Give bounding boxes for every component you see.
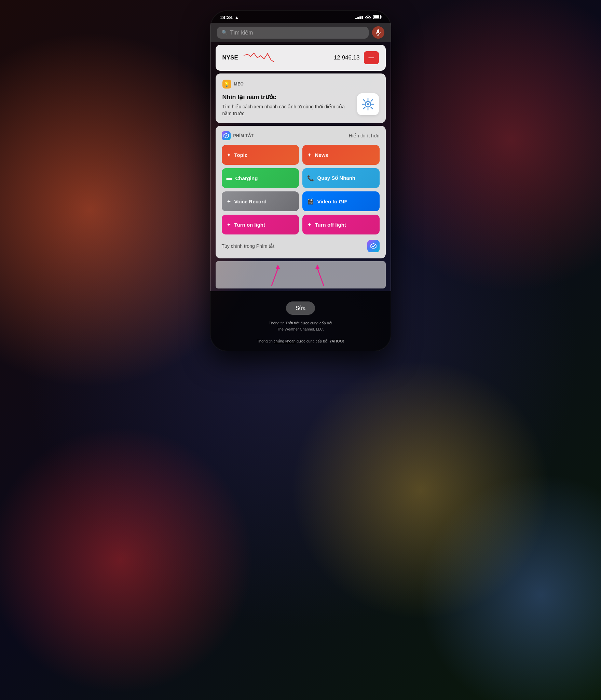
shortcut-btn-quay-so[interactable]: 📞 Quay Số Nhanh: [302, 168, 380, 188]
svg-marker-18: [275, 265, 280, 269]
shortcuts-show-less[interactable]: Hiển thị ít hơn: [349, 133, 380, 138]
status-time-area: 18:34 ▲: [220, 14, 239, 20]
nyse-label: NYSE: [222, 54, 238, 61]
signal-bars: [355, 16, 363, 19]
shortcut-btn-voice-record[interactable]: ✦ Voice Record: [222, 191, 299, 211]
battery-icon: [373, 15, 382, 20]
status-bar: 18:34 ▲: [210, 10, 391, 23]
svg-rect-2: [374, 15, 379, 18]
tip-content: Nhìn lại năm trước Tìm hiểu cách xem nha…: [222, 93, 379, 117]
shortcuts-footer-app-icon: [367, 240, 380, 252]
shortcut-btn-topic[interactable]: ✦ Topic: [222, 145, 299, 165]
shortcut-topic-label: Topic: [234, 152, 248, 158]
wifi-icon: [365, 14, 371, 20]
shortcut-charging-icon: ▬: [227, 175, 232, 181]
shortcuts-header: PHÍM TẮT Hiển thị ít hơn: [222, 131, 380, 140]
tip-section-label: MẸO: [234, 82, 244, 86]
shortcut-lightoff-icon: ✦: [307, 221, 312, 228]
footer-weather: Thông tin Thời tiết được cung cấp bởi Th…: [257, 320, 344, 332]
tip-desc: Tìm hiểu cách xem nhanh các ảnh từ cùng …: [222, 104, 352, 117]
tip-title: Nhìn lại năm trước: [222, 93, 352, 101]
mic-icon[interactable]: [372, 26, 384, 39]
arrow-svg: [222, 261, 379, 288]
shortcuts-footer: Tùy chỉnh trong Phím tắt: [222, 239, 380, 252]
shortcut-lighton-icon: ✦: [227, 221, 231, 228]
shortcut-videogif-icon: 🎬: [307, 198, 314, 205]
shortcut-news-icon: ✦: [307, 152, 312, 158]
footer-weather-link[interactable]: Thời tiết: [285, 321, 299, 325]
search-placeholder: Tìm kiếm: [230, 29, 253, 36]
signal-bar-1: [355, 18, 357, 19]
phone-frame: 18:34 ▲: [210, 10, 391, 351]
edit-button[interactable]: Sửa: [286, 301, 315, 315]
shortcut-topic-icon: ✦: [227, 152, 231, 158]
shortcut-news-label: News: [315, 152, 328, 158]
arrow-annotation-area: [216, 261, 386, 288]
shortcut-lighton-label: Turn on light: [234, 222, 265, 228]
footer-stocks: Thông tin chứng khoán được cung cấp bởi …: [257, 338, 344, 345]
nyse-badge: —: [364, 51, 379, 64]
phone-container: 18:34 ▲: [210, 10, 391, 351]
shortcut-btn-turn-off-light[interactable]: ✦ Turn off light: [302, 215, 380, 234]
search-input-container[interactable]: 🔍 Tìm kiếm: [217, 27, 369, 39]
shortcut-videogif-label: Video to GIF: [317, 199, 347, 204]
shortcut-voice-label: Voice Record: [234, 199, 267, 204]
shortcuts-app-icon: [222, 131, 231, 140]
nyse-value: 12.946,13: [334, 54, 360, 61]
nyse-widget: NYSE 12.946,13 —: [216, 45, 386, 71]
svg-point-8: [367, 103, 369, 105]
shortcut-btn-charging[interactable]: ▬ Charging: [222, 168, 299, 188]
tip-text-area: Nhìn lại năm trước Tìm hiểu cách xem nha…: [222, 93, 352, 117]
signal-bar-2: [357, 17, 359, 19]
signal-bar-4: [361, 16, 363, 19]
svg-line-19: [317, 269, 324, 286]
shortcut-quayso-label: Quay Số Nhanh: [317, 175, 356, 181]
bottom-area: Sửa Thông tin Thời tiết được cung cấp bở…: [210, 291, 391, 351]
search-icon: 🔍: [222, 30, 228, 35]
shortcut-btn-turn-on-light[interactable]: ✦ Turn on light: [222, 215, 299, 234]
shortcuts-grid: ✦ Topic ✦ News ▬ Charging 📞 Quay Số Nhan…: [222, 145, 380, 234]
status-icons: [355, 14, 382, 20]
tip-header: 💡 MẸO: [222, 80, 379, 89]
shortcut-charging-label: Charging: [235, 175, 258, 181]
svg-line-17: [271, 269, 278, 286]
footer-stocks-link[interactable]: chứng khoán: [274, 339, 296, 343]
shortcuts-header-left: PHÍM TẮT: [222, 131, 254, 140]
tip-icon: 💡: [222, 80, 231, 89]
svg-rect-1: [381, 16, 381, 18]
shortcut-quayso-icon: 📞: [307, 175, 314, 181]
shortcut-btn-news[interactable]: ✦ News: [302, 145, 380, 165]
svg-marker-20: [315, 265, 319, 269]
shortcuts-widget: PHÍM TẮT Hiển thị ít hơn ✦ Topic ✦ News …: [216, 126, 386, 258]
search-area: 🔍 Tìm kiếm: [210, 23, 391, 42]
shortcut-voice-icon: ✦: [227, 198, 231, 205]
location-icon: ▲: [235, 15, 239, 20]
shortcuts-customize[interactable]: Tùy chỉnh trong Phím tắt: [222, 243, 275, 249]
footer-text: Thông tin Thời tiết được cung cấp bởi Th…: [257, 320, 344, 344]
shortcut-btn-video-gif[interactable]: 🎬 Video to GIF: [302, 191, 380, 211]
shortcuts-section-label: PHÍM TẮT: [233, 133, 254, 138]
tip-app-icon: [357, 93, 379, 115]
tip-widget: 💡 MẸO Nhìn lại năm trước Tìm hiểu cách x…: [216, 73, 386, 123]
shortcut-lightoff-label: Turn off light: [315, 222, 346, 228]
nyse-chart: [244, 50, 328, 65]
status-time: 18:34: [220, 14, 233, 20]
signal-bar-3: [359, 16, 361, 19]
svg-rect-3: [377, 29, 379, 33]
